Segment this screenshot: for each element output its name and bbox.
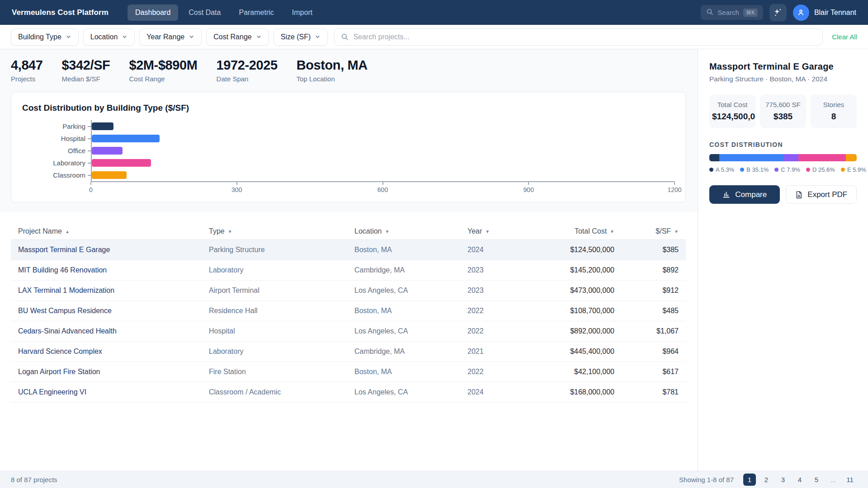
- table-header-row: Project Name▲Type▼Location▼Year▼Total Co…: [11, 223, 686, 240]
- legend-dot-icon: [806, 168, 810, 172]
- table-row-lax-terminal-1-modernization[interactable]: LAX Terminal 1 ModernizationAirport Term…: [11, 281, 686, 301]
- bar-chart-icon: [722, 190, 731, 199]
- showing-range-text: Showing 1-8 of 87: [679, 476, 734, 483]
- stat-label: Cost Range: [129, 75, 197, 83]
- sort-descending-icon: ▼: [385, 229, 390, 234]
- compare-label: Compare: [735, 190, 767, 199]
- legend-item-b: B 35.1%: [740, 166, 769, 173]
- detail-stat-card-total-cost: Total Cost$124,500,000: [709, 94, 755, 128]
- page-button-5[interactable]: 5: [810, 474, 823, 486]
- filter-dropdown-cost-range[interactable]: Cost Range: [206, 28, 269, 46]
- document-icon: [795, 191, 803, 199]
- page-button-3[interactable]: 3: [777, 474, 789, 486]
- export-pdf-button[interactable]: Export PDF: [786, 185, 857, 204]
- table-cell: Laboratory: [209, 266, 354, 274]
- project-name-cell[interactable]: Logan Airport Fire Station: [11, 368, 209, 376]
- chart-bar-classroom[interactable]: [92, 171, 127, 179]
- table-cell: Airport Terminal: [209, 286, 354, 295]
- axis-tick-label: 1200: [667, 186, 681, 193]
- table-cell: $912: [614, 286, 686, 295]
- legend-item-a: A 5.3%: [709, 166, 734, 173]
- legend-item-c: C 7.9%: [774, 166, 800, 173]
- tab-dashboard[interactable]: Dashboard: [127, 5, 178, 21]
- column-header-year[interactable]: Year▼: [467, 227, 542, 235]
- table-row-massport-terminal-e-garage[interactable]: Massport Terminal E GarageParking Struct…: [11, 240, 686, 260]
- detail-stat-card-stories: Stories8: [811, 94, 857, 128]
- cost-distribution-legend: A 5.3%B 35.1%C 7.9%D 25.6%E 5.9%: [709, 166, 857, 173]
- filter-dropdown-building-type[interactable]: Building Type: [11, 28, 79, 46]
- table-cell: $145,200,000: [542, 266, 614, 274]
- table-cell: 2022: [467, 307, 542, 315]
- cost-segment-e: [846, 154, 857, 161]
- table-cell: 2021: [467, 347, 542, 356]
- table-row-mit-building-46-renovation[interactable]: MIT Building 46 RenovationLaboratoryCamb…: [11, 260, 686, 281]
- summary-band: 4,847Projects$342/SFMedian $/SF$2M-$890M…: [0, 49, 698, 212]
- chart-bar-parking[interactable]: [92, 122, 113, 130]
- chart-plot-area: ParkingHospitalOfficeLaboratoryClassroom: [22, 120, 675, 181]
- search-icon: [706, 8, 713, 17]
- tab-cost-data[interactable]: Cost Data: [181, 5, 228, 21]
- chevron-down-icon: [189, 34, 194, 40]
- table-cell: 2022: [467, 368, 542, 376]
- assistant-button[interactable]: [769, 4, 787, 21]
- filter-dropdown-size-sf[interactable]: Size (SF): [274, 28, 328, 46]
- legend-label: E 5.9%: [847, 166, 866, 173]
- compare-button[interactable]: Compare: [709, 185, 780, 204]
- axis-tick-mark: [382, 182, 383, 185]
- column-header-type[interactable]: Type▼: [209, 227, 354, 235]
- project-name-cell[interactable]: BU West Campus Residence: [11, 307, 209, 315]
- tab-import[interactable]: Import: [284, 5, 320, 21]
- chevron-down-icon: [66, 34, 71, 40]
- chart-category-row: Hospital: [22, 132, 91, 145]
- table-row-logan-airport-fire-station[interactable]: Logan Airport Fire StationFire StationBo…: [11, 362, 686, 382]
- stat-top-location: Boston, MATop Location: [297, 58, 368, 83]
- project-search-input[interactable]: [353, 33, 816, 41]
- sort-ascending-icon: ▲: [65, 229, 70, 234]
- chart-bar-office[interactable]: [92, 147, 123, 155]
- chart-category-label: Parking: [62, 122, 85, 130]
- table-cell: 2024: [467, 246, 542, 254]
- project-name-cell[interactable]: Massport Terminal E Garage: [11, 246, 209, 254]
- table-cell: Los Angeles, CA: [354, 327, 467, 335]
- category-tick-mark: [88, 163, 91, 164]
- chart-x-axis: 03006009001200: [91, 181, 675, 194]
- project-name-cell[interactable]: Harvard Science Complex: [11, 347, 209, 356]
- chart-title: Cost Distribution by Building Type ($/SF…: [22, 103, 675, 113]
- page-button-2[interactable]: 2: [760, 474, 773, 486]
- nav-tabs: DashboardCost DataParametricImport: [127, 5, 320, 21]
- table-row-bu-west-campus-residence[interactable]: BU West Campus ResidenceResidence HallBo…: [11, 301, 686, 321]
- project-name-cell[interactable]: MIT Building 46 Renovation: [11, 266, 209, 274]
- table-cell: Boston, MA: [354, 368, 467, 376]
- project-name-cell[interactable]: UCLA Engineering VI: [11, 388, 209, 396]
- table-row-harvard-science-complex[interactable]: Harvard Science ComplexLaboratoryCambrid…: [11, 342, 686, 362]
- project-name-cell[interactable]: Cedars-Sinai Advanced Health: [11, 327, 209, 335]
- filter-dropdown-label: Building Type: [18, 33, 61, 41]
- nav-right: Search ⌘K Blair Tennant: [701, 4, 856, 21]
- table-row-ucla-engineering-vi[interactable]: UCLA Engineering VIClassroom / AcademicL…: [11, 382, 686, 403]
- chart-bar-hospital[interactable]: [92, 135, 160, 142]
- user-menu[interactable]: Blair Tennant: [793, 5, 856, 21]
- chart-bar-row: [92, 132, 675, 145]
- column-header-sf[interactable]: $/SF▼: [614, 227, 686, 235]
- stat-label: Projects: [11, 75, 43, 83]
- filter-dropdown-location[interactable]: Location: [83, 28, 135, 46]
- detail-panel: Massport Terminal E Garage Parking Struc…: [698, 49, 868, 471]
- table-cell: Cambridge, MA: [354, 266, 467, 274]
- table-cell: $385: [614, 246, 686, 254]
- tab-parametric[interactable]: Parametric: [231, 5, 281, 21]
- page-button-11[interactable]: 11: [844, 474, 856, 486]
- column-header-total-cost[interactable]: Total Cost▼: [542, 227, 614, 235]
- page-button-4[interactable]: 4: [793, 474, 806, 486]
- global-search-button[interactable]: Search ⌘K: [701, 5, 763, 20]
- chart-bar-laboratory[interactable]: [92, 159, 151, 167]
- filter-dropdown-year-range[interactable]: Year Range: [139, 28, 202, 46]
- column-header-location[interactable]: Location▼: [354, 227, 467, 235]
- project-count-text: 8 of 87 projects: [11, 476, 57, 483]
- detail-title: Massport Terminal E Garage: [709, 61, 857, 72]
- table-row-cedars-sinai-advanced-health[interactable]: Cedars-Sinai Advanced HealthHospitalLos …: [11, 321, 686, 342]
- page-button-1[interactable]: 1: [743, 474, 756, 486]
- column-header-project-name[interactable]: Project Name▲: [11, 227, 209, 235]
- project-name-cell[interactable]: LAX Terminal 1 Modernization: [11, 286, 209, 295]
- table-cell: Los Angeles, CA: [354, 286, 467, 295]
- clear-all-button[interactable]: Clear All: [832, 33, 857, 41]
